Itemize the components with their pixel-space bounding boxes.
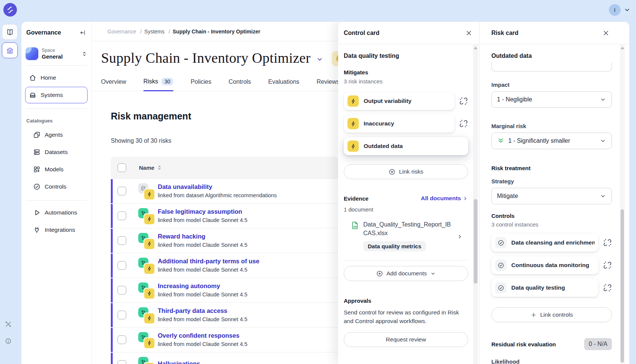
app-logo[interactable] bbox=[3, 3, 17, 17]
tab[interactable]: Evaluations bbox=[268, 79, 299, 91]
governance-rail-button[interactable] bbox=[2, 42, 18, 58]
row-checkbox[interactable] bbox=[118, 286, 126, 295]
risk-chip[interactable]: Output variability bbox=[344, 92, 455, 110]
risk-level-badge[interactable]: Med bbox=[332, 51, 338, 66]
collapse-sidebar-icon[interactable] bbox=[79, 29, 86, 36]
risk-name-link[interactable]: Data unavailability bbox=[158, 183, 277, 191]
impact-select[interactable]: 1 - Negligible bbox=[491, 91, 612, 108]
unlink-icon[interactable] bbox=[459, 97, 468, 106]
table-row[interactable]: Additional third-party terms of use link… bbox=[111, 253, 338, 278]
breadcrumb-item[interactable]: Systems / bbox=[144, 29, 172, 35]
tab[interactable]: Reviews bbox=[317, 79, 338, 91]
risk-name-link[interactable]: False legitimacy assumption bbox=[158, 208, 248, 216]
approvals-label: Approvals bbox=[344, 298, 468, 304]
close-icon[interactable] bbox=[602, 29, 610, 37]
library-rail-button[interactable] bbox=[2, 24, 18, 40]
control-chip[interactable]: Data quality testing bbox=[491, 279, 598, 297]
tab[interactable]: Overview bbox=[101, 79, 126, 91]
evidence-label: Evidence bbox=[344, 195, 369, 202]
risk-name: Outdated data bbox=[491, 53, 612, 59]
table-row[interactable]: False legitimacy assumption linked from … bbox=[111, 203, 338, 228]
select-all-checkbox[interactable] bbox=[118, 163, 126, 172]
request-review-button[interactable]: Request review bbox=[344, 332, 468, 347]
sidebar-item[interactable]: Controls bbox=[25, 178, 88, 195]
control-chip[interactable]: Data cleansing and enrichment bbox=[491, 234, 598, 252]
row-checkbox[interactable] bbox=[118, 335, 126, 344]
document-row[interactable]: Data_Quality_Testing_Report_IBCAS.xlsx bbox=[344, 220, 468, 237]
sidebar-item[interactable]: Models bbox=[25, 161, 88, 178]
name-column-header[interactable]: Name bbox=[139, 165, 162, 171]
link-risks-button[interactable]: Link risks bbox=[344, 164, 468, 179]
sidebar-item-label: Agents bbox=[45, 131, 63, 138]
sidebar-item[interactable]: Datasets bbox=[25, 144, 88, 160]
scrollbar-track[interactable] bbox=[620, 44, 625, 364]
marginal-risk-select[interactable]: 1 - Significantly smaller bbox=[491, 133, 612, 149]
tab[interactable]: Policies bbox=[190, 79, 211, 91]
bolt-icon bbox=[347, 140, 359, 152]
risk-name-link[interactable]: Overly confident responses bbox=[158, 332, 248, 340]
table-row[interactable]: Increasing autonomy linked from model Cl… bbox=[111, 278, 338, 302]
risk-name-link[interactable]: Third-party data access bbox=[158, 307, 248, 315]
sidebar-item[interactable]: Systems bbox=[25, 87, 88, 103]
sort-icon[interactable] bbox=[157, 165, 162, 171]
table-row[interactable]: Third-party data access linked from mode… bbox=[111, 302, 338, 327]
risk-chip-row: Inaccuracy bbox=[344, 115, 468, 133]
unlink-icon[interactable] bbox=[603, 283, 612, 292]
clipped-select[interactable] bbox=[491, 62, 612, 72]
risk-name-link[interactable]: Hallucinations bbox=[158, 360, 200, 364]
sidebar-item[interactable]: Home bbox=[25, 69, 88, 86]
breadcrumb-item[interactable]: Supply Chain - Inventory Optimizer / bbox=[173, 29, 260, 35]
sidebar-item-label: Automations bbox=[45, 209, 77, 216]
account-chevron-down-icon[interactable] bbox=[624, 6, 631, 14]
row-checkbox[interactable] bbox=[118, 236, 126, 245]
tools-icon[interactable] bbox=[5, 320, 12, 328]
row-checkbox[interactable] bbox=[118, 360, 126, 364]
risk-chip-row: Outdated data bbox=[344, 137, 468, 155]
tab[interactable]: Risks 30 bbox=[144, 78, 174, 91]
all-documents-link[interactable]: All documents bbox=[421, 195, 468, 202]
risk-name-link[interactable]: Increasing autonomy bbox=[158, 282, 248, 290]
close-icon[interactable] bbox=[465, 29, 473, 37]
control-chip[interactable]: Continuous data monitoring bbox=[491, 256, 598, 274]
scrollbar-thumb[interactable] bbox=[474, 199, 477, 284]
scrollbar-track[interactable] bbox=[473, 44, 478, 364]
row-checkbox[interactable] bbox=[118, 261, 126, 270]
risk-source-icons bbox=[138, 258, 154, 273]
unlink-icon[interactable] bbox=[603, 261, 612, 270]
sidebar-item[interactable]: Agents bbox=[25, 127, 88, 143]
strategy-select[interactable]: Mitigate bbox=[491, 188, 612, 204]
tab-label: Overview bbox=[101, 79, 126, 85]
table-row[interactable]: Hallucinations bbox=[111, 352, 338, 364]
info-icon[interactable] bbox=[5, 338, 12, 344]
risk-chip[interactable]: Outdated data bbox=[344, 137, 468, 155]
unlink-icon[interactable] bbox=[603, 238, 612, 247]
risk-name-link[interactable]: Additional third-party terms of use bbox=[158, 258, 259, 265]
add-documents-button[interactable]: Add documents bbox=[344, 266, 468, 281]
scroll-up-arrow[interactable] bbox=[474, 47, 477, 49]
unlink-icon[interactable] bbox=[459, 119, 468, 128]
tab[interactable]: Controls bbox=[229, 79, 251, 91]
scroll-up-arrow[interactable] bbox=[621, 47, 624, 49]
space-switcher[interactable]: Space General bbox=[26, 47, 88, 60]
table-row[interactable]: Reward hacking linked from model Claude … bbox=[111, 228, 338, 253]
risk-chip[interactable]: Inaccuracy bbox=[344, 115, 455, 133]
risk-source-icons bbox=[138, 357, 154, 364]
row-checkbox[interactable] bbox=[118, 211, 126, 220]
risk-subtitle: linked from model Claude Sonnet 4.5 bbox=[158, 341, 248, 347]
avatar[interactable]: I bbox=[609, 4, 621, 16]
sidebar-item[interactable]: Automations bbox=[25, 204, 88, 221]
table-row[interactable]: Data unavailability linked from dataset … bbox=[111, 178, 338, 203]
link-controls-button[interactable]: Link controls bbox=[491, 307, 612, 322]
controls-icon bbox=[33, 183, 41, 190]
spreadsheet-file-icon bbox=[350, 221, 360, 230]
row-checkbox[interactable] bbox=[118, 311, 126, 319]
risk-name-link[interactable]: Reward hacking bbox=[158, 233, 248, 240]
row-checkbox[interactable] bbox=[118, 187, 126, 195]
table-row[interactable]: Overly confident responses linked from m… bbox=[111, 327, 338, 352]
breadcrumb-item[interactable]: Governance / bbox=[107, 29, 144, 35]
scrollbar-thumb[interactable] bbox=[621, 209, 624, 362]
title-chevron-down-icon[interactable] bbox=[316, 56, 323, 63]
risk-subtitle: linked from model Claude Sonnet 4.5 bbox=[158, 217, 248, 224]
control-chip-row: Data cleansing and enrichment bbox=[491, 234, 612, 252]
sidebar-item[interactable]: Integrations bbox=[25, 222, 88, 238]
